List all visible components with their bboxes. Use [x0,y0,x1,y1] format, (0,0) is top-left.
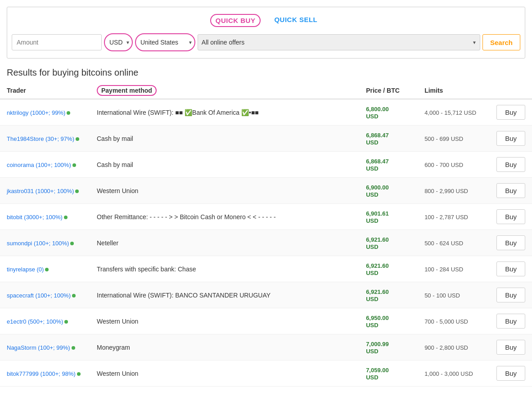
header-payment: Payment method [90,82,359,99]
buy-button[interactable]: Buy [496,235,525,250]
results-table: Trader Payment method Price / BTC Limits… [0,82,532,387]
trader-link[interactable]: nktrilogy (1000+; 99%) [7,109,65,116]
price-value: 6,901.61USD [366,210,389,224]
action-cell: Buy [490,178,532,204]
table-row: tinyrelapse (0)Transfers with specific b… [0,256,532,282]
action-cell: Buy [490,334,532,360]
table-header-row: Trader Payment method Price / BTC Limits [0,82,532,99]
country-select-wrap: United States United Kingdom Canada Aust… [135,33,195,51]
online-indicator [67,111,70,115]
buy-button[interactable]: Buy [496,261,525,276]
online-indicator [72,163,76,167]
limits-value: 700 - 5,000 USD [424,318,468,325]
online-indicator [70,242,74,245]
price-value: 6,921.60USD [366,262,389,276]
search-panel: QUICK BUY QUICK SELL USD EUR GBP ▼ Unite… [7,7,525,59]
online-indicator [76,137,79,141]
tabs-container: QUICK BUY QUICK SELL [12,14,520,27]
header-trader: Trader [0,82,90,99]
table-row: coinorama (100+; 100%)Cash by mail6,868.… [0,152,532,178]
action-cell: Buy [490,204,532,230]
buy-button[interactable]: Buy [496,105,525,120]
currency-select[interactable]: USD EUR GBP [107,35,132,50]
price-value: 6,868.47USD [366,158,389,172]
trader-link[interactable]: tinyrelapse (0) [7,266,44,273]
payment-method-label: Payment method [97,85,157,96]
action-cell: Buy [490,99,532,126]
payment-cell: Western Union [90,178,359,204]
payment-cell: Western Union [90,360,359,387]
buy-button[interactable]: Buy [496,131,525,146]
table-row: spacecraft (100+; 100%)International Wir… [0,282,532,308]
action-cell: Buy [490,282,532,308]
amount-input[interactable] [12,34,102,50]
online-indicator [72,346,75,350]
buy-button[interactable]: Buy [496,209,525,224]
price-cell: 6,868.47USD [359,126,418,152]
price-cell: 6,921.60USD [359,230,418,256]
buy-button[interactable]: Buy [496,183,525,198]
limits-cell: 500 - 699 USD [418,126,490,152]
payment-cell: International Wire (SWIFT): ■■ ✅Bank Of … [90,99,359,126]
offers-select[interactable]: All online offers Cash by mail Western U… [198,34,480,50]
price-cell: 6,900.00USD [359,178,418,204]
price-value: 6,900.00USD [366,184,389,198]
trader-link[interactable]: coinorama (100+; 100%) [7,162,71,168]
limits-cell: 900 - 2,800 USD [418,334,490,360]
header-limits: Limits [418,82,490,99]
limits-value: 500 - 699 USD [424,135,463,142]
table-row: sumondpi (100+; 100%)Neteller6,921.60USD… [0,230,532,256]
payment-cell: International Wire (SWIFT): BANCO SANTAN… [90,282,359,308]
price-value: 6,921.60USD [366,288,389,302]
price-value: 6,800.00USD [366,106,389,120]
price-cell: 6,921.60USD [359,256,418,282]
buy-button[interactable]: Buy [496,366,525,381]
price-value: 6,950.00USD [366,315,389,329]
limits-value: 500 - 624 USD [424,240,463,247]
price-cell: 6,800.00USD [359,99,418,126]
price-value: 6,868.47USD [366,132,389,146]
action-cell: Buy [490,230,532,256]
tab-quick-buy[interactable]: QUICK BUY [210,14,261,27]
trader-link[interactable]: sumondpi (100+; 100%) [7,240,69,247]
limits-value: 800 - 2,990 USD [424,188,468,194]
trader-link[interactable]: The1984Store (30+; 97%) [7,135,74,142]
search-bar: USD EUR GBP ▼ United States United Kingd… [12,33,520,51]
limits-cell: 1,000 - 3,000 USD [418,360,490,387]
limits-value: 100 - 2,787 USD [424,214,468,221]
trader-link[interactable]: bitobit (3000+; 100%) [7,214,63,221]
limits-cell: 700 - 5,000 USD [418,308,490,334]
price-cell: 6,921.60USD [359,282,418,308]
header-action [490,82,532,99]
trader-link[interactable]: jkastro031 (1000+; 100%) [7,188,74,194]
online-indicator [64,320,68,324]
limits-value: 4,000 - 15,712 USD [424,109,476,116]
payment-cell: Western Union [90,308,359,334]
price-cell: 7,000.99USD [359,334,418,360]
trader-link[interactable]: e1ectr0 (500+; 100%) [7,318,63,325]
table-row: nktrilogy (1000+; 99%)International Wire… [0,99,532,126]
online-indicator [75,189,79,193]
price-cell: 6,868.47USD [359,152,418,178]
search-button[interactable]: Search [482,34,520,50]
country-select[interactable]: United States United Kingdom Canada Aust… [138,35,194,50]
limits-cell: 100 - 284 USD [418,256,490,282]
payment-cell: Cash by mail [90,126,359,152]
trader-link[interactable]: bitok777999 (1000+; 98%) [7,370,76,377]
trader-link[interactable]: NagaStorm (100+; 99%) [7,344,70,351]
buy-button[interactable]: Buy [496,340,525,355]
limits-value: 50 - 100 USD [424,292,460,299]
action-cell: Buy [490,126,532,152]
payment-cell: Moneygram [90,334,359,360]
buy-button[interactable]: Buy [496,314,525,329]
tab-quick-sell[interactable]: QUICK SELL [270,14,322,27]
limits-cell: 4,000 - 15,712 USD [418,99,490,126]
buy-button[interactable]: Buy [496,157,525,172]
payment-cell: Cash by mail [90,152,359,178]
buy-button[interactable]: Buy [496,288,525,302]
action-cell: Buy [490,360,532,387]
currency-select-wrap: USD EUR GBP ▼ [104,33,133,51]
price-value: 6,921.60USD [366,236,389,250]
trader-link[interactable]: spacecraft (100+; 100%) [7,292,71,299]
payment-cell: Neteller [90,230,359,256]
